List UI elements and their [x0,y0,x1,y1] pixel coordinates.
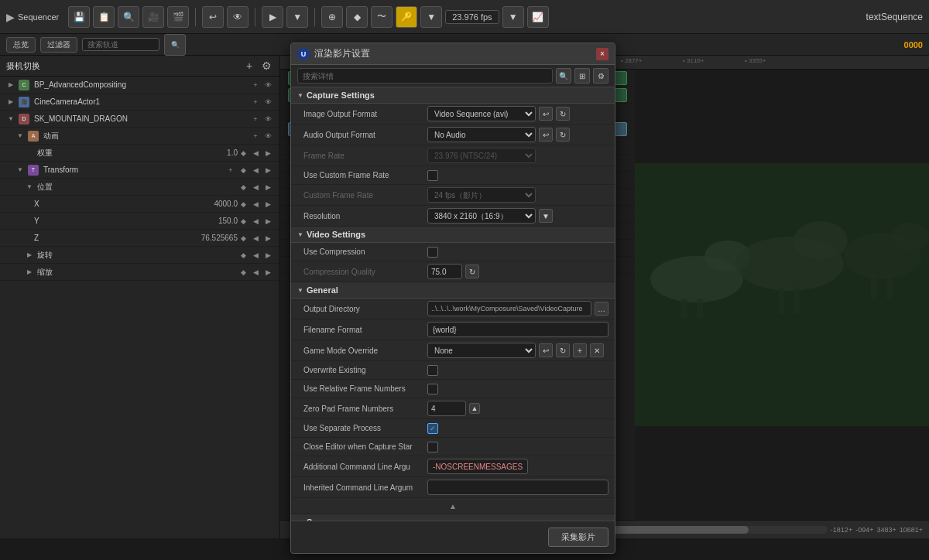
track-x[interactable]: X 4000.0 ◆ ◀ ▶ [0,196,279,213]
track-scale[interactable]: ▶ 缩放 ◆ ◀ ▶ [0,264,279,281]
select-frame-rate[interactable]: 23.976 (NTSC/24) [427,148,536,163]
reset-game-mode[interactable]: ↩ [539,343,553,357]
next-kf-weight[interactable]: ▶ [262,148,273,159]
next-transform[interactable]: ▶ [262,165,273,176]
nav-filter[interactable]: 过滤器 [40,37,77,53]
next-rot[interactable]: ▶ [262,250,273,261]
spin-up[interactable]: ▲ [469,403,480,414]
search-btn[interactable]: 🔍 [118,6,139,28]
select-image-output[interactable]: Video Sequence (avi) [427,106,536,121]
reset-image-output[interactable]: ↩ [539,107,553,121]
select-resolution[interactable]: 3840 x 2160（16:9） [427,208,536,224]
add-track-btn[interactable]: + [242,59,256,73]
track-anim[interactable]: ▼ A 动画 + 👁 [0,128,279,145]
eye-btn[interactable]: 👁 [227,6,249,28]
track-position[interactable]: ▼ 位置 ◆ ◀ ▶ [0,179,279,196]
select-game-mode[interactable]: None [427,343,536,358]
prev-pos[interactable]: ◀ [250,182,261,193]
prev-kf-weight[interactable]: ◀ [250,148,261,159]
dialog-grid-view-btn[interactable]: ⊞ [574,68,590,84]
capture-movie-btn[interactable]: 采集影片 [548,528,608,547]
track-transform[interactable]: ▼ T Transform + ◆ ◀ ▶ [0,162,279,179]
next-x[interactable]: ▶ [262,199,273,210]
refresh-game-mode[interactable]: ↻ [556,343,570,357]
transform-btn[interactable]: ⊕ [321,6,343,28]
cb-relative-frames[interactable] [427,384,438,394]
kf-transform[interactable]: ◆ [238,165,249,176]
nav-overview[interactable]: 总览 [6,37,36,53]
kf-rot[interactable]: ◆ [238,250,249,261]
search-submit-btn[interactable]: 🔍 [164,34,186,56]
cb-close-editor[interactable] [427,442,438,452]
track-rotation[interactable]: ▶ 旋转 ◆ ◀ ▶ [0,247,279,264]
collapse-row[interactable]: ▲ [291,498,615,514]
section-video[interactable]: ▼ Video Settings [291,227,615,243]
track-weight[interactable]: 权重 1.0 ◆ ◀ ▶ [0,145,279,162]
track-search-input[interactable] [82,38,159,51]
track-z[interactable]: Z 76.525665 ◆ ◀ ▶ [0,230,279,247]
track-eye-btn2[interactable]: 👁 [262,97,273,108]
track-bp-compositing[interactable]: ▶ C BP_AdvancedCompositing + 👁 [0,77,279,94]
track-cine-camera[interactable]: ▶ 🎥 CineCameraActor1 + 👁 [0,94,279,111]
track-add-anim[interactable]: + [250,131,261,142]
undo-btn[interactable]: ↩ [202,6,224,28]
next-y[interactable]: ▶ [262,216,273,227]
track-add-btn2[interactable]: + [250,97,261,108]
kf-pos[interactable]: ◆ [238,182,249,193]
kf-scale[interactable]: ◆ [238,267,249,278]
key-btn[interactable]: 🔑 [396,6,417,28]
cb-use-custom-fr[interactable] [427,170,438,181]
next-pos[interactable]: ▶ [262,182,273,193]
kf-z[interactable]: ◆ [238,233,249,244]
prev-scale[interactable]: ◀ [250,267,261,278]
play-btn[interactable]: ▶ [262,6,283,28]
render-btn[interactable]: 🎬 [167,6,189,28]
key-dropdown[interactable]: ▼ [420,6,442,28]
section-general[interactable]: ▼ General [291,282,615,299]
fps-dropdown[interactable]: ▼ [502,6,524,28]
play-dropdown[interactable]: ▼ [286,6,308,28]
section-capture[interactable]: ▼ Capture Settings [291,87,615,104]
prev-y[interactable]: ◀ [250,216,261,227]
section-sequence[interactable]: ▼ Sequence [291,514,615,521]
input-zero-pad[interactable] [427,401,466,416]
select-custom-fr[interactable]: 24 fps（影片） [427,187,536,203]
curve-btn[interactable]: 〜 [371,6,393,28]
track-eye-anim[interactable]: 👁 [262,131,273,142]
track-y[interactable]: Y 150.0 ◆ ◀ ▶ [0,213,279,230]
prev-x[interactable]: ◀ [250,199,261,210]
panel-settings-btn[interactable]: ⚙ [259,59,273,73]
prev-z[interactable]: ◀ [250,233,261,244]
snap-btn[interactable]: ◆ [346,6,368,28]
track-add-btn[interactable]: + [250,80,261,90]
dialog-settings-btn[interactable]: ⚙ [593,68,608,84]
clear-game-mode[interactable]: ✕ [590,343,604,357]
cb-overwrite[interactable] [427,365,438,376]
track-add-btn3[interactable]: + [250,114,261,125]
input-inherited-args[interactable] [427,480,608,495]
refresh-audio[interactable]: ↻ [556,128,570,142]
prev-transform[interactable]: ◀ [250,165,261,176]
reset-audio[interactable]: ↩ [539,128,553,142]
kf-btn-weight[interactable]: ◆ [238,148,249,159]
save-as-btn[interactable]: 📋 [93,6,115,28]
track-eye-btn3[interactable]: 👁 [262,114,273,125]
add-game-mode[interactable]: + [573,343,587,357]
dialog-search-icon[interactable]: 🔍 [556,68,571,84]
next-z[interactable]: ▶ [262,233,273,244]
next-scale[interactable]: ▶ [262,267,273,278]
browse-output-dir[interactable]: … [595,302,608,316]
input-filename[interactable] [427,322,608,337]
track-add-transform[interactable]: + [225,165,236,176]
camera-btn[interactable]: 🎥 [142,6,164,28]
kf-x[interactable]: ◆ [238,199,249,210]
track-eye-btn[interactable]: 👁 [262,80,273,90]
track-dragon[interactable]: ▼ D SK_MOUNTAIN_DRAGON + 👁 [0,111,279,128]
dialog-search-input[interactable] [297,68,553,84]
save-btn[interactable]: 💾 [68,6,90,28]
graph-btn[interactable]: 📈 [527,6,549,28]
refresh-image-output[interactable]: ↻ [556,107,570,121]
prev-rot[interactable]: ◀ [250,250,261,261]
quality-refresh-btn[interactable]: ↻ [465,265,479,278]
cb-separate-process[interactable]: ✓ [427,423,438,434]
